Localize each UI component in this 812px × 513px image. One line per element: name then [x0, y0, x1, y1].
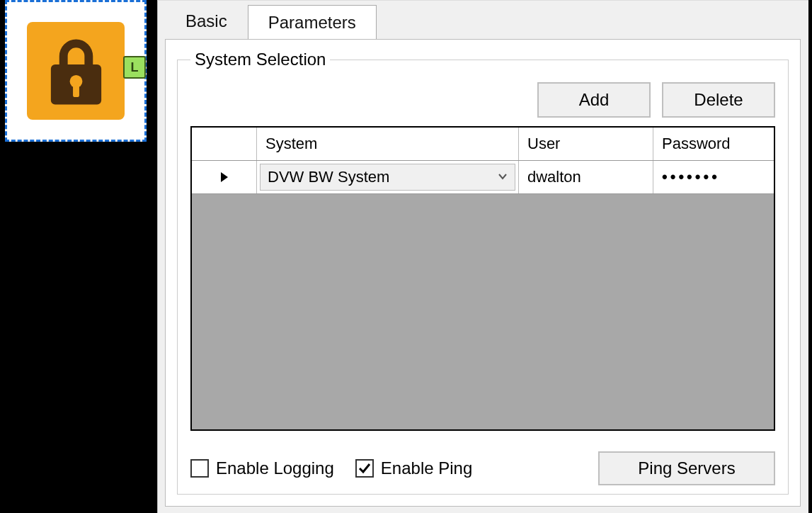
grid-header-row: System User Password [192, 128, 774, 161]
add-button[interactable]: Add [537, 82, 651, 118]
password-value: ••••••• [662, 168, 720, 186]
enable-logging-label: Enable Logging [216, 458, 334, 478]
tab-content-parameters: System Selection Add Delete System User … [165, 39, 801, 507]
output-port[interactable]: L [123, 56, 146, 79]
grid-header-handle [192, 128, 257, 160]
svg-rect-2 [73, 84, 79, 97]
bottom-controls: Enable Logging Enable Ping Ping Servers [190, 451, 775, 485]
checkbox-group: Enable Logging Enable Ping [190, 458, 472, 478]
tab-basic[interactable]: Basic [165, 4, 248, 39]
enable-logging-box [190, 459, 209, 478]
system-selection-legend: System Selection [190, 50, 330, 69]
user-cell[interactable]: dwalton [519, 161, 653, 193]
system-grid: System User Password DVW BW System [190, 126, 775, 431]
system-dropdown-value: DVW BW System [268, 168, 389, 186]
enable-ping-box [355, 459, 374, 478]
ping-servers-label: Ping Servers [638, 458, 735, 478]
table-row[interactable]: DVW BW System dwalton ••••••• [192, 161, 774, 194]
tab-basic-label: Basic [185, 11, 227, 30]
tab-parameters[interactable]: Parameters [248, 5, 377, 40]
enable-ping-checkbox[interactable]: Enable Ping [355, 458, 472, 478]
row-caret-icon [219, 171, 230, 183]
properties-panel: Basic Parameters System Selection Add De… [157, 0, 808, 513]
add-button-label: Add [579, 90, 610, 110]
tab-bar: Basic Parameters [158, 1, 808, 39]
delete-button[interactable]: Delete [662, 82, 775, 118]
ping-servers-button[interactable]: Ping Servers [598, 451, 775, 485]
chevron-down-icon [498, 170, 508, 185]
enable-ping-label: Enable Ping [381, 458, 472, 478]
enable-logging-checkbox[interactable]: Enable Logging [190, 458, 334, 478]
workflow-node[interactable]: L [5, 0, 147, 142]
lock-icon [42, 32, 110, 110]
output-port-label: L [131, 60, 139, 75]
row-selector[interactable] [192, 161, 257, 193]
grid-header-system[interactable]: System [257, 128, 519, 160]
lock-icon-tile: L [27, 22, 125, 120]
password-cell[interactable]: ••••••• [653, 161, 774, 193]
delete-button-label: Delete [694, 90, 743, 110]
grid-button-row: Add Delete [190, 82, 775, 118]
system-dropdown[interactable]: DVW BW System [260, 164, 515, 191]
user-value: dwalton [527, 168, 581, 186]
grid-header-password[interactable]: Password [653, 128, 774, 160]
system-selection-group: System Selection Add Delete System User … [177, 50, 789, 495]
tab-parameters-label: Parameters [268, 13, 356, 32]
grid-header-user[interactable]: User [519, 128, 653, 160]
grid-empty-area[interactable] [192, 194, 774, 429]
